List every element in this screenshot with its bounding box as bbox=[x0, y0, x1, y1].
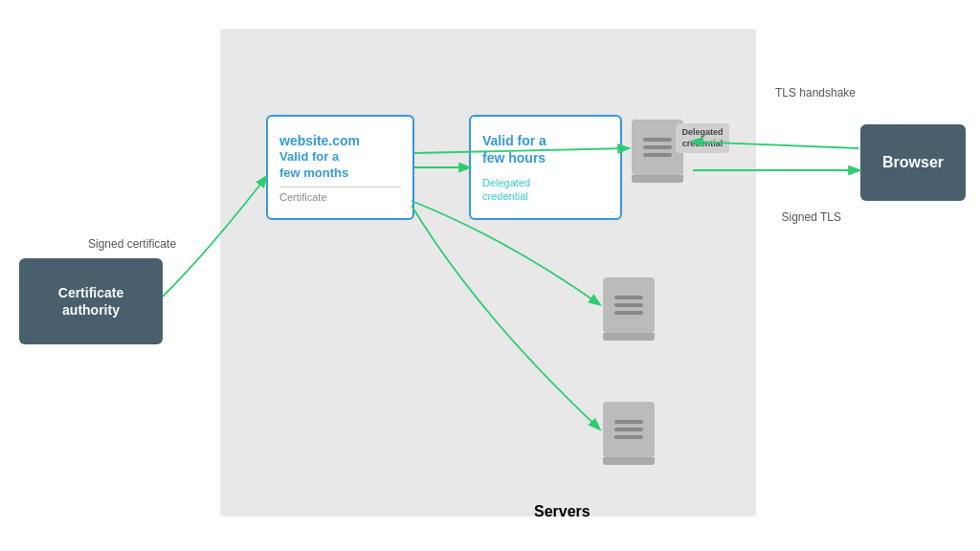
server-line bbox=[614, 303, 643, 307]
diagram-background bbox=[220, 29, 756, 517]
browser-label: Browser bbox=[882, 154, 944, 171]
delegated-cred-box: Valid for afew hours Delegatedcredential bbox=[469, 115, 622, 220]
ca-label: Certificate authority bbox=[58, 284, 123, 319]
website-valid: Valid for afew months bbox=[279, 149, 348, 182]
server-1-body: Delegatedcredential bbox=[632, 120, 683, 175]
server-line bbox=[614, 420, 643, 424]
website-cert-box: website.com Valid for afew months Certif… bbox=[266, 115, 414, 220]
dc-badge: Delegatedcredential bbox=[676, 123, 729, 153]
server-line bbox=[643, 138, 672, 142]
server-line bbox=[614, 311, 643, 315]
server-1: Delegatedcredential bbox=[632, 120, 683, 181]
server-2 bbox=[603, 277, 655, 339]
server-line bbox=[614, 435, 643, 439]
server-3 bbox=[603, 402, 655, 463]
server-2-body bbox=[603, 277, 655, 333]
servers-label: Servers bbox=[534, 503, 590, 520]
server-line bbox=[643, 145, 672, 149]
server-1-base bbox=[632, 175, 683, 183]
server-line bbox=[643, 153, 672, 157]
delegated-sub: Delegatedcredential bbox=[482, 172, 609, 204]
delegated-valid: Valid for afew hours bbox=[482, 132, 546, 166]
server-2-base bbox=[603, 333, 655, 341]
server-line bbox=[614, 296, 643, 299]
server-line bbox=[614, 428, 643, 431]
signed-cert-label: Signed certificate bbox=[88, 237, 176, 251]
server-3-base bbox=[603, 457, 655, 465]
certificate-authority-box: Certificate authority bbox=[19, 258, 163, 344]
server-3-body bbox=[603, 402, 655, 457]
tls-handshake-label: TLS handshake bbox=[775, 86, 856, 99]
website-cert-sub: Certificate bbox=[279, 187, 401, 203]
website-title: website.com bbox=[279, 132, 360, 149]
browser-box: Browser bbox=[860, 124, 966, 201]
signed-tls-label: Signed TLS bbox=[782, 210, 842, 224]
